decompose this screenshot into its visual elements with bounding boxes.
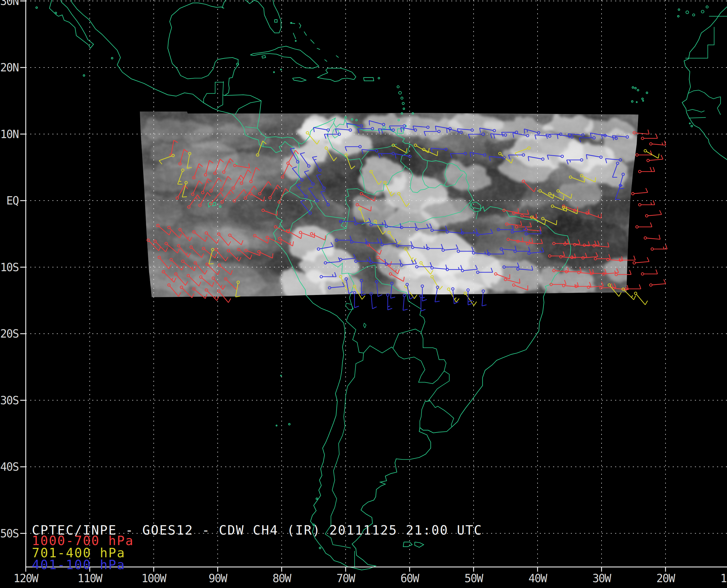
svg-text:110W: 110W	[78, 572, 103, 585]
svg-text:10S: 10S	[0, 261, 19, 274]
legend-item-high: 401-100 hPa	[32, 559, 125, 571]
svg-text:100W: 100W	[142, 572, 167, 585]
satellite-wind-map: 30N20N10NEQ10S20S30S40S50S120W110W100W90…	[0, 0, 727, 588]
svg-text:70W: 70W	[337, 572, 356, 585]
svg-text:90W: 90W	[208, 572, 228, 585]
svg-text:40S: 40S	[0, 460, 19, 473]
svg-text:50S: 50S	[0, 527, 19, 540]
svg-text:20S: 20S	[0, 327, 19, 340]
svg-text:10N: 10N	[0, 128, 19, 141]
svg-text:40W: 40W	[528, 572, 547, 585]
svg-text:10W: 10W	[720, 572, 727, 585]
svg-text:20N: 20N	[0, 61, 19, 74]
latitude-labels: 30N20N10NEQ10S20S30S40S50S	[0, 0, 19, 540]
svg-text:60W: 60W	[401, 572, 420, 585]
map-canvas: 30N20N10NEQ10S20S30S40S50S120W110W100W90…	[0, 0, 727, 588]
svg-text:30W: 30W	[592, 572, 611, 585]
svg-text:20W: 20W	[657, 572, 675, 585]
svg-text:30S: 30S	[0, 394, 19, 407]
svg-text:30N: 30N	[0, 0, 19, 7]
longitude-labels: 120W110W100W90W80W70W60W50W40W30W20W10W	[14, 572, 727, 585]
svg-text:120W: 120W	[14, 572, 39, 585]
svg-text:50W: 50W	[464, 572, 484, 585]
svg-text:80W: 80W	[272, 572, 291, 585]
svg-text:EQ: EQ	[6, 194, 19, 207]
